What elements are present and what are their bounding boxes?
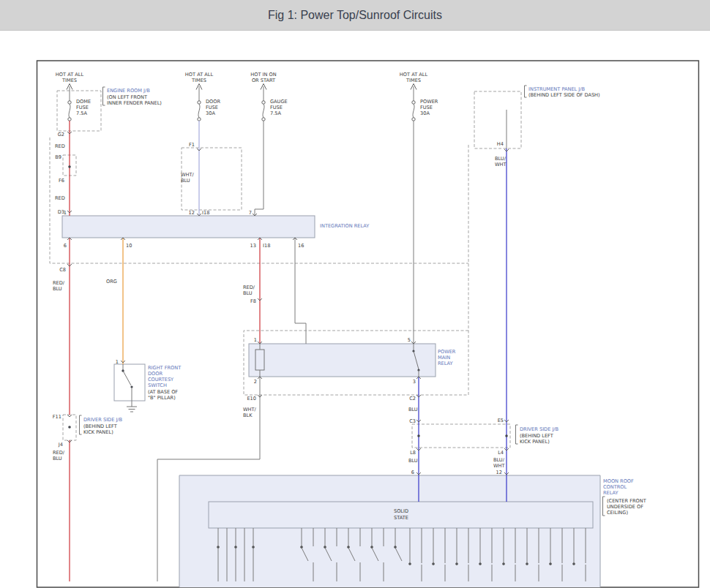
pin-connector-label: I18 xyxy=(202,210,209,216)
moon-roof-relay-box xyxy=(179,475,600,587)
jb-location: (ON LEFT FRONT xyxy=(107,94,148,100)
fuse-label-door: FUSE xyxy=(206,105,218,110)
connector-l4: L4 xyxy=(498,450,504,456)
driver-side-jb-box xyxy=(412,424,510,448)
pin-label: 13 xyxy=(250,243,256,249)
pin-label: 6 xyxy=(411,470,414,475)
connector-l8: L8 xyxy=(410,450,416,456)
relay-location: UNDERSIDE OF xyxy=(607,504,643,510)
jb-label-engine-room: ENGINE ROOM J/B xyxy=(107,88,150,94)
junction-dot-f11 xyxy=(68,426,71,429)
fuse-label-door: DOOR xyxy=(206,99,220,105)
pin-label: 7 xyxy=(249,210,252,216)
label-brackets xyxy=(80,86,605,516)
wire-label-red-blu: BLU xyxy=(243,290,253,296)
relay-label-moon-roof: RELAY xyxy=(603,490,619,496)
fuse-label-dome: FUSE xyxy=(76,105,89,110)
pin-connector-label: I18 xyxy=(263,243,270,249)
fuse-label-dome: DOME xyxy=(76,99,91,105)
hot-label: TIMES xyxy=(61,78,77,83)
pin-label: 3 xyxy=(413,379,416,385)
pin-label: 2 xyxy=(254,379,257,385)
jb-label-driver-side: DRIVER SIDE J/B xyxy=(520,426,559,432)
connector-g2: G2 xyxy=(58,132,64,137)
hot-label: HOT AT ALL xyxy=(185,72,214,78)
jb-location: (BEHIND LEFT SIDE OF DASH) xyxy=(528,92,600,98)
labels: HOT AT ALL TIMES HOT AT ALL TIMES HOT IN… xyxy=(53,72,647,521)
wire-label-red-blu: BLU xyxy=(53,456,62,461)
wire-label-org: ORG xyxy=(106,279,117,284)
pin-label: 1 xyxy=(64,210,67,216)
wire-label-blu-wht: BLU/ xyxy=(493,457,505,463)
hot-label: OR START xyxy=(252,78,276,83)
wire-label-blu: BLU xyxy=(408,407,418,412)
fuse-label-power: FUSE xyxy=(420,105,433,110)
fuse-symbol-gauge xyxy=(262,101,265,121)
hot-label: HOT AT ALL xyxy=(400,72,428,78)
connector-e5: E5 xyxy=(498,418,504,423)
pin-label: 16 xyxy=(298,243,304,249)
wire-gauge-gray xyxy=(255,121,264,216)
instrument-jb-left-edge xyxy=(50,137,468,263)
connector-c3: C3 xyxy=(409,418,416,424)
junction-dot-l8 xyxy=(417,434,420,437)
hot-label: HOT IN ON xyxy=(250,72,276,78)
fuse-label-gauge: GAUGE xyxy=(270,99,288,105)
switch-label-courtesy: RIGHT FRONT xyxy=(148,365,182,371)
connector-chevrons xyxy=(67,132,509,475)
switch-location: (AT BASE OF xyxy=(148,389,178,395)
relay-location: (CENTER FRONT xyxy=(607,498,647,504)
connector-f8: F8 xyxy=(250,298,256,304)
f1-jb-box xyxy=(182,148,242,210)
connector-c2: C2 xyxy=(409,396,416,402)
hot-label: TIMES xyxy=(191,78,206,83)
connector-h4: H4 xyxy=(497,141,504,147)
pin-label: 12 xyxy=(496,470,502,475)
wiring-diagram-canvas: HOT AT ALL TIMES HOT AT ALL TIMES HOT IN… xyxy=(0,0,710,588)
fuse-label-gauge: 7.5A xyxy=(270,110,281,116)
jb-location: INNER FENDER PANEL) xyxy=(107,100,162,106)
ground-icon xyxy=(127,407,137,412)
relay-label-power-main: RELAY xyxy=(438,361,454,366)
wire-label-blu-wht: WHT xyxy=(495,162,507,167)
solid-state-label: STATE xyxy=(394,515,408,521)
fuse-symbol-dome xyxy=(68,101,71,121)
pin-label: 6 xyxy=(64,243,67,249)
solid-state-label: SOLID xyxy=(394,508,408,514)
switch-location: "B" PILLAR) xyxy=(148,395,176,401)
wire-label-red-blu: BLU xyxy=(53,286,62,292)
wire-label-red: RED xyxy=(55,195,65,201)
junction-dot-l4 xyxy=(505,434,508,437)
jb-location: KICK PANEL) xyxy=(520,439,550,445)
fuse-symbol-door xyxy=(198,101,201,121)
wire-label-wht-blk: WHT/ xyxy=(243,407,257,412)
fuse-label-power: 30A xyxy=(420,110,430,116)
pin-label: 10 xyxy=(126,243,132,249)
instrument-panel-jb-h4-box xyxy=(474,91,521,148)
connector-c8: C8 xyxy=(59,267,66,273)
pin-label: 1 xyxy=(254,337,257,343)
pin-label: 5 xyxy=(408,337,411,343)
fuse-symbol-power xyxy=(412,101,415,121)
wire-label-wht-blk: BLK xyxy=(243,412,253,418)
relay-label-power-main: POWER xyxy=(438,349,456,355)
switch-label-courtesy: SWITCH xyxy=(148,382,167,388)
wire-label-red-blu: RED/ xyxy=(243,284,255,290)
relay-label-moon-roof: CONTROL xyxy=(603,484,627,490)
component-boxes xyxy=(62,216,600,587)
connector-b9: B9 xyxy=(55,154,61,160)
connector-f1: F1 xyxy=(189,142,195,148)
fuse-label-power: POWER xyxy=(420,99,438,105)
relay-location: CEILING) xyxy=(607,510,628,516)
connector-j4: J4 xyxy=(58,442,63,448)
jb-location: (BEHIND LEFT xyxy=(520,433,554,439)
switch-label-courtesy: DOOR xyxy=(148,371,162,377)
wire-label-red-blu: RED/ xyxy=(53,280,65,286)
relay-label-power-main: MAIN xyxy=(438,355,450,361)
pin-label: 1 xyxy=(116,359,119,365)
wire-label-red: RED xyxy=(55,143,65,149)
fuse-label-door: 30A xyxy=(206,110,215,116)
jb-location: (BEHIND LEFT xyxy=(83,423,118,429)
wire-label-blu-wht: BLU/ xyxy=(495,156,507,162)
switch-label-courtesy: COURTESY xyxy=(148,377,174,382)
